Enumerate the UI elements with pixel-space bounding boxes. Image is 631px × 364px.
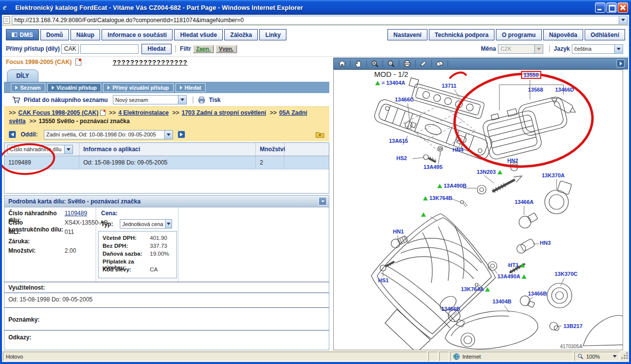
vehicle-name: Focus 1998-2005 (CAK) [6,59,71,66]
toolbar-left-group: DomůNákupInformace o součástiHledat všud… [40,29,287,41]
detail-field: Záruka: [8,238,65,247]
breadcrumb-separator: >> [29,118,36,125]
diagram-label: 13711 [442,83,456,89]
breadcrumb: >>CAK Focus 1998-2005 (CAK) >>4 Elektroi… [4,106,329,128]
diagram-label: 13A495 [423,164,443,170]
diagram-label: 13466D [555,87,574,93]
toolbar-button[interactable]: Nákup [70,29,101,40]
breadcrumb-current: 13550 Světlo - poznávací značka [38,118,130,125]
image-panel: MOD - 1/2 = 13404A 13711 [331,57,629,350]
collapse-button[interactable] [318,197,327,205]
breadcrumb-item[interactable]: >>4 Elektroinstalace [109,109,170,116]
breadcrumb-link[interactable]: 1703 Zadní a stropní osvětlení [182,109,266,116]
status-text: Hotovo [3,352,427,361]
view-switcher: Seznam Vizuální přístup Přímý vizuální p… [4,82,329,93]
home-icon[interactable] [337,59,348,68]
folder-up-icon[interactable] [316,131,324,138]
triangle-marker-icon [423,196,428,200]
toolbar-button[interactable]: Nápověda [543,29,583,40]
breadcrumb-item[interactable]: >>CAK Focus 1998-2005 (CAK) [9,109,107,116]
section-label: Oddíl: [21,131,38,138]
app-toolbar: DMS DomůNákupInformace o součástiHledat … [2,26,629,57]
diagram-label: HS2 [396,155,407,161]
toolbar-button[interactable]: Linky [259,29,286,40]
page-icon [3,16,10,24]
arrow-icon [180,86,182,90]
toolbar-button[interactable]: Informace o součásti [102,29,173,40]
dms-button[interactable]: DMS [6,29,39,40]
zoom-control[interactable]: 100% [574,352,620,361]
close-button[interactable] [618,2,628,13]
triangle-marker-icon [375,81,380,85]
zoom-in-icon[interactable] [369,59,380,68]
pencil-icon[interactable] [418,59,429,68]
language-label: Jazyk [554,45,570,52]
print-icon [197,96,206,104]
view-button[interactable]: Vizuální přístup [47,83,102,92]
address-dropdown-button[interactable] [619,16,627,24]
direct-access-input[interactable] [80,44,139,54]
breadcrumb-item[interactable]: >>13550 Světlo - poznávací značka [29,118,130,125]
print-icon[interactable] [402,59,413,68]
minimize-button[interactable] [595,2,605,13]
part-number-column-select[interactable]: Číslo náhradního dílu [7,145,73,154]
search-button[interactable]: Hledat [141,44,172,54]
url-text[interactable]: http://213.168.74.29:8080/Ford/Catalogue… [12,17,619,24]
table-row[interactable]: 1109489 Od: 15-08-1998 Do: 09-05-2005 2 [4,156,329,169]
address-input[interactable]: http://213.168.74.29:8080/Ford/Catalogue… [12,16,628,25]
section-prev-button[interactable] [9,131,16,138]
section-select[interactable]: Zadní světla, Od: 10-08-1998 Do: 09-05-2… [44,130,173,139]
triangle-marker-icon [520,263,525,267]
toolbar-button[interactable]: Technická podpora [429,29,494,40]
resize-grip[interactable] [621,352,628,361]
diagram-label: 13K370A [542,172,564,178]
breadcrumb-link[interactable]: 4 Elektroinstalace [118,109,169,116]
vehicle-placeholder-link[interactable]: ????????????????? [112,59,187,66]
eraser-icon[interactable] [434,59,445,68]
add-to-cart-label[interactable]: Přidat do nákupního seznamu [24,97,108,103]
price-row: Daňová sazba: 19.00% [99,251,176,259]
vehicle-doc-icon[interactable] [75,59,81,66]
maximize-button[interactable] [606,2,617,13]
links-label: Odkazy: [8,334,32,341]
print-label[interactable]: Tisk [209,97,221,103]
breadcrumb-separator: >> [109,109,116,116]
filter-on-button[interactable]: Zapn. [193,45,214,53]
shopping-list-select[interactable]: Nový seznam [113,95,187,104]
cart-row: Přidat do nákupního seznamu Nový seznam … [4,93,329,106]
price-row: Bez DPH: 337.73 [99,243,176,251]
breadcrumb-item[interactable]: >>1703 Zadní a stropní osvětlení [173,109,268,116]
toolbar-button[interactable]: Záložka [224,29,258,40]
zoom-out-icon[interactable] [386,59,396,68]
view-button[interactable]: Přímý vizuální přístup [103,83,173,92]
expand-panel-icon[interactable] [617,60,625,67]
diagram-label: HN1 [393,229,404,234]
diagram-label: 13466C [395,97,414,102]
diagram-label: HS1 [378,277,388,283]
section-next-button[interactable] [178,131,185,138]
breadcrumb-separator: >> [270,109,277,116]
toolbar-button[interactable]: Nastavení [387,29,427,40]
language-select[interactable]: čeština [572,44,623,54]
filter-off-button[interactable]: Vypn. [215,45,237,53]
view-button[interactable]: Hledat [175,83,206,92]
direct-access-label: Přímý přístup (díly) [6,45,60,52]
catalog-code-box[interactable]: CAK [61,44,79,54]
detail-field: Číslo konstrukčního dílu: XS4X-13550-AB [8,219,108,229]
toolbar-button[interactable]: Odhlášení [585,29,625,40]
price-type-select[interactable]: Jednotková cena [120,219,172,229]
breadcrumb-separator: >> [9,109,16,116]
breadcrumb-separator: >> [173,109,179,116]
toolbar-button[interactable]: Hledat všude [174,29,223,40]
price-type-label: Typ: [101,221,113,228]
toolbar-button[interactable]: O programu [496,29,542,40]
tab-dily[interactable]: DÍLY [7,69,38,82]
arrow-icon [15,86,18,90]
diagram-label: 13568 [528,87,543,93]
address-bar: http://213.168.74.29:8080/Ford/Catalogue… [2,15,629,26]
diagram-label: 13B217 [563,323,583,329]
toolbar-button[interactable]: Domů [40,29,69,40]
pan-icon[interactable] [353,59,364,68]
breadcrumb-link[interactable]: CAK Focus 1998-2005 (CAK) [18,109,99,116]
view-button[interactable]: Seznam [11,83,45,92]
